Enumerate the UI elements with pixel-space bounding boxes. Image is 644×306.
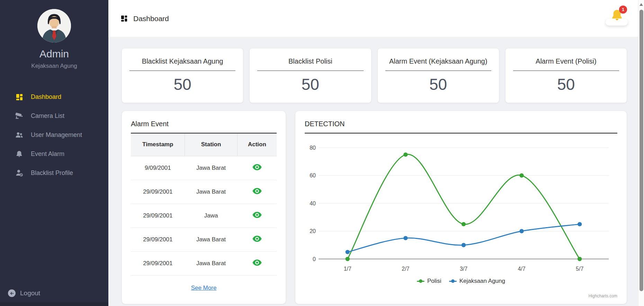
cell-timestamp: 29/09/2001: [131, 251, 185, 275]
stat-title: Alarm Event (Polisi): [506, 57, 627, 65]
stat-title: Blacklist Polisi: [250, 57, 371, 65]
sidebar-nav: Dashboard Camera List: [0, 87, 108, 183]
divider: [513, 71, 619, 71]
legend-marker: [417, 281, 424, 282]
table-row: 29/09/2001Jawa Barat: [131, 228, 277, 251]
view-event-button[interactable]: [252, 259, 262, 266]
detection-title: DETECTION: [305, 120, 617, 128]
chart-legend: PolisiKejaksaan Agung: [305, 278, 617, 285]
table-row: 29/09/2001Jawa: [131, 204, 277, 228]
cell-action: [237, 251, 277, 275]
x-axis-tick-label: 1/7: [344, 266, 351, 272]
stat-title: Alarm Event (Kejaksaan Agung): [378, 57, 499, 65]
logout-button[interactable]: Logout: [8, 289, 40, 297]
page-grid-icon: [120, 15, 128, 22]
eye-icon: [252, 164, 262, 170]
panels-row: Alarm Event Timestamp Station Action 9/0…: [122, 111, 627, 304]
x-axis-tick-label: 2/7: [402, 266, 409, 272]
detection-panel: DETECTION 0204060801/72/73/74/75/7 Polis…: [295, 111, 627, 304]
sidebar-item-camera-list[interactable]: Camera List: [0, 106, 108, 126]
data-point: [462, 243, 466, 247]
eye-icon: [252, 235, 262, 242]
sidebar-item-event-alarm[interactable]: Event Alarm: [0, 145, 108, 164]
stat-card-alarm-polisi: Alarm Event (Polisi) 50: [506, 48, 627, 103]
data-point: [578, 257, 582, 261]
alarm-event-table: Timestamp Station Action 9/09/2001Jawa B…: [131, 133, 277, 276]
cell-station: Jawa Barat: [185, 251, 238, 275]
vertical-scrollbar: [638, 0, 644, 306]
data-point: [519, 173, 524, 177]
scrollbar-thumb[interactable]: [639, 10, 643, 291]
user-name: Admin: [0, 48, 108, 60]
stat-value: 50: [250, 76, 371, 92]
scrollbar-up-arrow[interactable]: [639, 3, 643, 6]
person-block-icon: [15, 169, 24, 177]
sidebar-footer: [0, 302, 108, 306]
data-point: [403, 236, 408, 240]
sidebar-item-blacklist-profile[interactable]: Blacklist Profile: [0, 164, 108, 183]
sidebar-item-label: Dashboard: [31, 93, 61, 101]
bell-icon: [15, 150, 24, 158]
data-point: [519, 229, 524, 233]
stat-value: 50: [122, 76, 243, 92]
divider: [385, 71, 491, 71]
view-event-button[interactable]: [252, 188, 262, 194]
y-axis-tick-label: 0: [313, 256, 316, 262]
sidebar: Admin Kejaksaan Agung Dashboard: [0, 0, 108, 306]
column-header-action: Action: [237, 133, 277, 156]
cell-timestamp: 9/09/2001: [131, 156, 185, 180]
y-axis-tick-label: 80: [310, 145, 316, 151]
eye-icon: [252, 212, 262, 218]
alarm-event-title: Alarm Event: [131, 120, 277, 128]
sidebar-item-user-management[interactable]: User Management: [0, 126, 108, 145]
data-point: [403, 152, 408, 157]
see-more-link[interactable]: See More: [131, 285, 277, 291]
legend-marker: [449, 281, 457, 282]
cell-station: Jawa Barat: [185, 156, 238, 180]
eye-icon: [252, 259, 262, 266]
legend-item-kejaksaan-agung[interactable]: Kejaksaan Agung: [449, 278, 505, 285]
dashboard-app: Admin Kejaksaan Agung Dashboard: [0, 0, 644, 306]
data-point: [578, 222, 582, 226]
cell-action: [237, 204, 277, 228]
topbar: Dashboard 1: [108, 0, 638, 37]
x-axis-tick-label: 5/7: [576, 266, 583, 272]
sidebar-item-label: User Management: [31, 131, 82, 139]
notification-count-badge: 1: [619, 6, 627, 13]
stat-card-alarm-kejaksaan: Alarm Event (Kejaksaan Agung) 50: [378, 48, 499, 103]
table-row: 9/09/2001Jawa Barat: [131, 156, 277, 180]
stat-cards-row: Blacklist Kejaksaan Agung 50 Blacklist P…: [122, 48, 627, 103]
view-event-button[interactable]: [252, 164, 262, 170]
cell-action: [237, 156, 277, 180]
main-content: Blacklist Kejaksaan Agung 50 Blacklist P…: [108, 38, 638, 306]
legend-item-polisi[interactable]: Polisi: [417, 278, 441, 285]
avatar: [37, 9, 71, 43]
view-event-button[interactable]: [252, 212, 262, 218]
data-point: [462, 222, 466, 226]
legend-label: Polisi: [427, 278, 441, 285]
logout-label: Logout: [20, 289, 40, 297]
stat-card-blacklist-polisi: Blacklist Polisi 50: [250, 48, 371, 103]
chart-credit: Highcharts.com: [589, 294, 617, 298]
cell-timestamp: 29/09/2001: [131, 180, 185, 204]
stat-value: 50: [378, 76, 499, 92]
cell-timestamp: 29/09/2001: [131, 228, 185, 251]
alarm-event-panel: Alarm Event Timestamp Station Action 9/0…: [122, 111, 286, 304]
view-event-button[interactable]: [252, 235, 262, 242]
notification-bell-button[interactable]: 1: [606, 7, 628, 26]
y-axis-tick-label: 20: [310, 228, 316, 234]
y-axis-tick-label: 40: [310, 201, 316, 206]
grid-icon: [15, 93, 24, 101]
sidebar-item-label: Event Alarm: [31, 150, 64, 158]
divider: [257, 71, 363, 71]
stat-value: 50: [506, 76, 627, 92]
page-title: Dashboard: [133, 15, 169, 23]
sidebar-item-label: Blacklist Profile: [31, 169, 73, 177]
stat-title: Blacklist Kejaksaan Agung: [122, 57, 243, 65]
cell-station: Jawa Barat: [185, 228, 238, 251]
x-axis-tick-label: 3/7: [460, 266, 467, 272]
divider: [129, 71, 235, 71]
sidebar-item-dashboard[interactable]: Dashboard: [0, 87, 108, 106]
table-header-row: Timestamp Station Action: [131, 133, 277, 156]
avatar-illustration: [37, 9, 71, 43]
